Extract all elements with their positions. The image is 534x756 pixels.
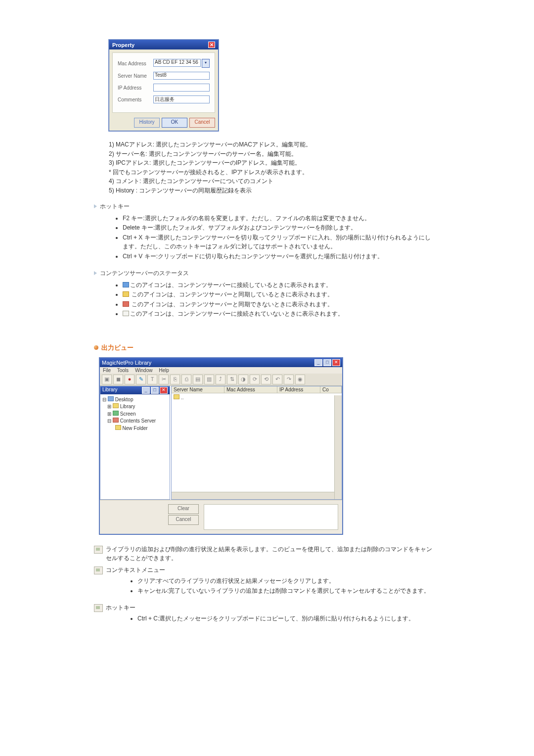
toolbar-icon[interactable]: ✂: [159, 375, 169, 384]
library-list: Server Name Mac Address IP Address Co ..: [171, 386, 342, 500]
maximize-icon[interactable]: □: [151, 387, 159, 394]
v-scrollbar[interactable]: [334, 395, 342, 499]
toolbar-icon[interactable]: ✎: [136, 375, 146, 384]
toolbar-icon[interactable]: ⎘: [170, 375, 180, 384]
property-title: Property: [112, 42, 134, 48]
menu-window[interactable]: Window: [135, 368, 153, 373]
status-disconnected-icon: [123, 311, 129, 316]
server-name-label: Server Name: [118, 73, 153, 79]
toolbar-icon[interactable]: ⤴: [216, 375, 225, 384]
comments-input[interactable]: 日志服务: [153, 95, 210, 103]
toolbar-icon[interactable]: ↶: [272, 375, 282, 384]
tree-node[interactable]: New Folder: [102, 425, 168, 432]
panel-icon: [94, 604, 103, 612]
list-item: キャンセル:完了していないライブラリの追加または削除コマンドを選択してキャンセル…: [137, 586, 435, 596]
col-mac-address[interactable]: Mac Address: [224, 386, 277, 393]
toolbar-icon[interactable]: ⟲: [261, 375, 271, 384]
toolbar-icon[interactable]: ▤: [193, 375, 203, 384]
close-icon[interactable]: ✕: [332, 359, 340, 366]
ip-address-input[interactable]: [153, 84, 210, 92]
status-item: このアイコンは、コンテンツサーバーに接続しているときに表示されます。: [123, 281, 435, 290]
toolbar-icon[interactable]: ◼: [113, 375, 123, 384]
note-3-sub: * 回でもコンテンツサーバーが接続されると、IPアドレスが表示されます。: [109, 168, 435, 177]
minimize-icon[interactable]: _: [314, 359, 322, 366]
tree-title: Library: [102, 387, 118, 394]
toolbar-icon[interactable]: ◑: [238, 375, 248, 384]
output-log: [204, 504, 338, 530]
library-menubar: File Tools Window Help: [100, 367, 342, 374]
hotkey-heading: ホットキー: [94, 202, 435, 211]
hotkey-list: F2 キー:選択したフォルダの名前を変更します。ただし、ファイルの名前は変更でき…: [114, 214, 435, 261]
hotkey2-heading: ホットキー: [94, 603, 435, 612]
status-error-icon: [123, 301, 129, 307]
folder-icon: [174, 394, 179, 399]
hotkey-item: Ctrl + X キー:選択したコンテンツサーバーを切り取ってクリップボードに入…: [123, 233, 435, 251]
status-syncing-icon: [123, 291, 129, 297]
menu-help[interactable]: Help: [159, 368, 169, 373]
server-name-input[interactable]: Test8: [153, 72, 210, 80]
desktop-icon: [108, 396, 114, 401]
note-2: 2) サーバー名: 選択したコンテンツサーバーのサーバー名。編集可能。: [109, 149, 435, 159]
output-description: ライブラリの追加および削除の進行状況と結果を表示します。このビューを使用して、追…: [94, 545, 435, 563]
cancel-button[interactable]: Cancel: [168, 515, 199, 525]
history-button[interactable]: History: [134, 118, 160, 128]
status-item: このアイコンは、コンテンツサーバーと同期しているときに表示されます。: [123, 290, 435, 299]
menu-tools[interactable]: Tools: [117, 368, 129, 373]
toolbar-icon[interactable]: ⟳: [250, 375, 260, 384]
bullet-icon: [94, 345, 98, 350]
note-5: 5) History : コンテンツサーバーの同期履歴記録を表示: [109, 186, 435, 195]
hotkey-item: Delete キー:選択したフォルダ、サブフォルダおよびコンテンツサーバーを削除…: [123, 223, 435, 233]
close-icon[interactable]: ✕: [208, 42, 215, 48]
hotkey-item: F2 キー:選択したフォルダの名前を変更します。ただし、ファイルの名前は変更でき…: [123, 214, 435, 223]
toolbar-icon[interactable]: ↷: [284, 375, 294, 384]
h-scrollbar[interactable]: [172, 492, 335, 499]
close-icon[interactable]: ✕: [160, 387, 168, 394]
ok-button[interactable]: OK: [162, 118, 187, 128]
toolbar-icon[interactable]: ●: [125, 375, 134, 384]
toolbar-icon[interactable]: T: [147, 375, 157, 384]
toolbar-icon[interactable]: ▣: [102, 375, 112, 384]
screen-icon: [113, 411, 119, 416]
library-title: MagicNetPro Library: [102, 360, 151, 366]
mac-address-input[interactable]: AB CD EF 12 34 56: [153, 59, 201, 67]
tree-node[interactable]: ⊞ Library: [102, 403, 168, 411]
maximize-icon[interactable]: □: [323, 359, 331, 366]
tree-node[interactable]: ⊟ Contents Server: [102, 418, 168, 425]
output-view-heading: 出力ビュー: [94, 343, 435, 352]
list-item[interactable]: ..: [172, 393, 342, 401]
library-window-figure: MagicNetPro Library _ □ ✕ File Tools Win…: [99, 357, 435, 535]
panel-icon: [94, 546, 103, 554]
menu-file[interactable]: File: [103, 368, 111, 373]
comments-label: Comments: [118, 97, 153, 102]
tree-node[interactable]: ⊞ Screen: [102, 411, 168, 418]
chevron-down-icon[interactable]: ▾: [202, 59, 210, 68]
library-tree: Library _ □ ✕ ⊟ Desktop ⊞ Library ⊞ Scre…: [100, 386, 170, 500]
status-list: このアイコンは、コンテンツサーバーに接続しているときに表示されます。 このアイコ…: [114, 281, 435, 319]
cancel-button[interactable]: Cancel: [189, 118, 215, 128]
context-menu-heading: コンテキストメニュー: [94, 566, 435, 574]
status-item: このアイコンは、コンテンツサーバーと同期できないときに表示されます。: [123, 300, 435, 309]
context-menu-list: クリア:すべてのライブラリの進行状況と結果メッセージをクリアします。 キャンセル…: [129, 576, 435, 595]
toolbar-icon[interactable]: ▥: [204, 375, 214, 384]
mac-address-label: Mac Address: [118, 61, 153, 66]
property-titlebar: Property ✕: [109, 40, 218, 49]
toolbar-icon[interactable]: ⎙: [181, 375, 191, 384]
toolbar-icon[interactable]: ◉: [295, 375, 305, 384]
note-4: 4) コメント: 選択したコンテンツサーバーについてのコメント: [109, 177, 435, 186]
clear-button[interactable]: Clear: [168, 504, 199, 514]
ip-address-label: IP Address: [118, 85, 153, 91]
library-toolbar: ▣ ◼ ● ✎ T ✂ ⎘ ⎙ ▤ ▥ ⤴ ⇅ ◑ ⟳ ⟲ ↶ ↷ ◉: [100, 374, 342, 386]
status-heading: コンテンツサーバーのステータス: [94, 269, 435, 278]
col-comments[interactable]: Co: [320, 386, 342, 393]
tree-node[interactable]: ⊟ Desktop: [102, 396, 168, 404]
list-item: Ctrl + C:選択したメッセージをクリップボードにコピーして、別の場所に貼り…: [137, 614, 435, 623]
minimize-icon[interactable]: _: [142, 387, 150, 394]
arrow-icon: [94, 271, 97, 275]
col-ip-address[interactable]: IP Address: [277, 386, 320, 393]
toolbar-icon[interactable]: ⇅: [227, 375, 237, 384]
note-1: 1) MACアドレス: 選択したコンテンツサーバーのMACアドレス。編集可能。: [109, 140, 435, 149]
note-3: 3) IPCアドレス: 選択したコンテンツサーバーのIPアドレス。編集可能。: [109, 158, 435, 168]
col-server-name[interactable]: Server Name: [172, 386, 224, 393]
server-icon: [113, 418, 119, 423]
library-output-pane: Clear Cancel: [100, 500, 342, 534]
